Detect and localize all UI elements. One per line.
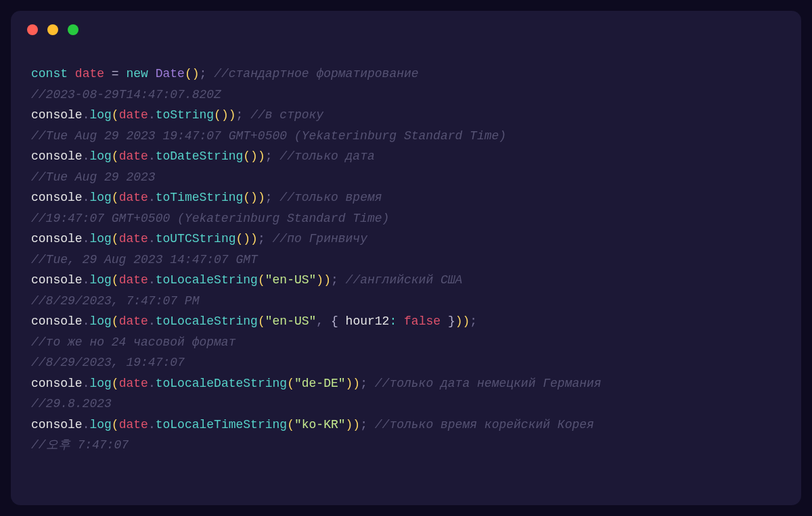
code-line-18: console.log(date.toLocaleTimeString("ko-…	[31, 418, 594, 431]
code-line-4: //Tue Aug 29 2023 19:47:07 GMT+0500 (Yek…	[31, 129, 506, 143]
titlebar	[11, 11, 801, 49]
code-line-1: const date = new Date(); //стандартное ф…	[31, 67, 419, 80]
code-line-13: console.log(date.toLocaleString("en-US",…	[31, 314, 477, 328]
code-line-10: //Tue, 29 Aug 2023 14:47:07 GMT	[31, 253, 258, 266]
close-icon[interactable]	[27, 24, 38, 35]
code-line-15: //8/29/2023, 19:47:07	[31, 356, 185, 369]
code-line-7: console.log(date.toTimeString()); //толь…	[31, 191, 382, 204]
code-line-19: //오후 7:47:07	[31, 438, 129, 452]
code-line-3: console.log(date.toString()); //в строку	[31, 108, 323, 122]
code-block: const date = new Date(); //стандартное ф…	[31, 64, 781, 456]
code-line-8: //19:47:07 GMT+0500 (Yekaterinburg Stand…	[31, 212, 389, 225]
code-line-14: //то же но 24 часовой формат	[31, 335, 235, 349]
code-line-2: //2023-08-29T14:47:07.820Z	[31, 88, 221, 101]
code-line-17: //29.8.2023	[31, 397, 112, 411]
code-window: const date = new Date(); //стандартное ф…	[11, 11, 801, 505]
zoom-icon[interactable]	[68, 24, 78, 35]
code-line-11: console.log(date.toLocaleString("en-US")…	[31, 273, 462, 287]
code-line-6: //Tue Aug 29 2023	[31, 170, 156, 184]
code-line-9: console.log(date.toUTCString()); //по Гр…	[31, 232, 367, 245]
code-line-16: console.log(date.toLocaleDateString("de-…	[31, 377, 602, 390]
code-line-5: console.log(date.toDateString()); //толь…	[31, 149, 375, 163]
code-line-12: //8/29/2023, 7:47:07 PM	[31, 294, 199, 308]
minimize-icon[interactable]	[47, 24, 58, 35]
